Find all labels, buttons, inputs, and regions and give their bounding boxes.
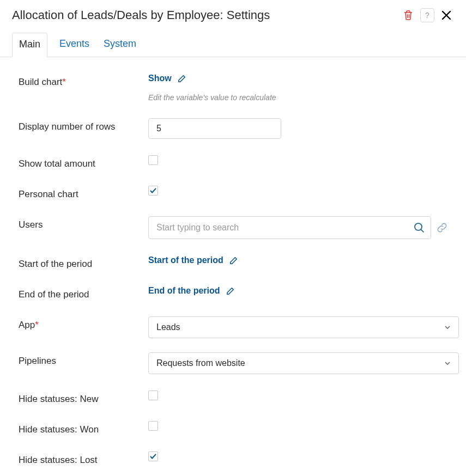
end-period-value[interactable]: End of the period	[148, 286, 220, 296]
delete-button[interactable]	[401, 8, 416, 23]
help-button[interactable]: ?	[420, 8, 434, 22]
build-chart-value[interactable]: Show	[148, 74, 172, 83]
field-hide-new: Hide statuses: New	[19, 390, 447, 405]
pipelines-select-value: Requests from website	[156, 358, 245, 368]
label-end-period: End of the period	[19, 286, 148, 300]
field-build-chart: Build chart* Show Edit the variable's va…	[19, 74, 447, 102]
personal-chart-checkbox[interactable]	[148, 186, 158, 196]
label-start-period: Start of the period	[19, 255, 148, 270]
label-pipelines: Pipelines	[19, 352, 148, 367]
display-rows-input[interactable]	[148, 118, 281, 139]
hide-new-checkbox[interactable]	[148, 390, 158, 400]
trash-icon	[403, 10, 413, 21]
label-hide-won: Hide statuses: Won	[19, 421, 148, 435]
field-end-period: End of the period End of the period	[19, 286, 447, 300]
close-icon	[441, 10, 452, 21]
field-hide-lost: Hide statuses: Lost	[19, 451, 447, 466]
field-personal-chart: Personal chart	[19, 186, 447, 200]
field-pipelines: Pipelines Requests from website	[19, 352, 447, 374]
app-select-value: Leads	[156, 322, 180, 332]
label-show-total: Show total amount	[19, 155, 148, 169]
check-icon	[149, 187, 157, 194]
field-show-total: Show total amount	[19, 155, 447, 169]
edit-start-period[interactable]	[229, 256, 238, 265]
users-link-button[interactable]	[437, 222, 447, 233]
label-hide-lost: Hide statuses: Lost	[19, 451, 148, 466]
chevron-down-icon	[444, 360, 451, 367]
show-total-checkbox[interactable]	[148, 155, 158, 165]
app-select[interactable]: Leads	[148, 316, 459, 338]
form: Build chart* Show Edit the variable's va…	[0, 57, 466, 476]
users-search-input[interactable]	[156, 223, 409, 233]
start-period-value[interactable]: Start of the period	[148, 255, 223, 265]
check-icon	[149, 453, 157, 460]
pencil-icon	[226, 286, 235, 296]
link-icon	[437, 222, 447, 233]
hide-won-checkbox[interactable]	[148, 421, 158, 431]
label-build-chart: Build chart*	[19, 74, 148, 88]
label-hide-new: Hide statuses: New	[19, 390, 148, 405]
field-hide-won: Hide statuses: Won	[19, 421, 447, 435]
pencil-icon	[177, 74, 186, 83]
close-button[interactable]	[439, 8, 454, 23]
build-chart-hint: Edit the variable's value to recalculate	[148, 93, 276, 102]
edit-build-chart[interactable]	[177, 74, 186, 83]
users-search-box	[148, 216, 431, 239]
tab-system[interactable]: System	[101, 33, 138, 57]
search-icon	[413, 222, 425, 234]
field-app: App* Leads	[19, 316, 447, 338]
label-display-rows: Display number of rows	[19, 118, 148, 132]
field-users: Users	[19, 216, 447, 239]
settings-modal: Allocation of Leads/Deals by Employee: S…	[0, 0, 466, 476]
header-actions: ?	[401, 8, 454, 23]
required-marker: *	[62, 77, 66, 87]
users-search-button[interactable]	[413, 222, 425, 234]
label-app: App*	[19, 316, 148, 331]
tab-main[interactable]: Main	[12, 33, 47, 57]
required-marker: *	[35, 320, 39, 330]
label-personal-chart: Personal chart	[19, 186, 148, 200]
edit-end-period[interactable]	[226, 286, 235, 296]
label-users: Users	[19, 216, 148, 230]
field-start-period: Start of the period Start of the period	[19, 255, 447, 270]
svg-point-0	[415, 223, 422, 230]
question-icon: ?	[425, 11, 429, 20]
pencil-icon	[229, 256, 238, 265]
tab-events[interactable]: Events	[57, 33, 92, 57]
hide-lost-checkbox[interactable]	[148, 451, 158, 461]
pipelines-select[interactable]: Requests from website	[148, 352, 459, 374]
page-title: Allocation of Leads/Deals by Employee: S…	[12, 8, 270, 22]
tabs: Main Events System	[0, 27, 466, 57]
field-display-rows: Display number of rows	[19, 118, 447, 139]
chevron-down-icon	[444, 324, 451, 331]
modal-header: Allocation of Leads/Deals by Employee: S…	[0, 0, 466, 23]
